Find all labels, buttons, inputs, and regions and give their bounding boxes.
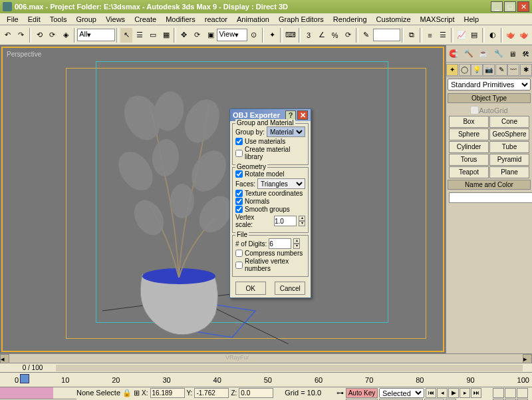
menu-tools[interactable]: Tools <box>46 15 71 24</box>
percent-snap-button[interactable]: % <box>329 28 341 43</box>
lights-tab[interactable]: 💡 <box>471 64 483 76</box>
reactor-icon[interactable]: 🧲 <box>449 49 458 58</box>
smooth-checkbox[interactable] <box>235 206 243 213</box>
box-button[interactable]: Box <box>449 116 489 128</box>
pyramid-button[interactable]: Pyramid <box>489 154 529 166</box>
util-icon[interactable]: 🛠 <box>522 50 529 58</box>
manipulate-button[interactable]: ✦ <box>266 28 278 43</box>
category-dropdown[interactable]: Standard Primitives <box>448 79 531 91</box>
layers-button[interactable]: ☰ <box>437 28 449 43</box>
cancel-button[interactable]: Cancel <box>275 282 305 295</box>
spinner-snap-button[interactable]: ⟳ <box>342 28 354 43</box>
viewport-area[interactable]: Perspective <box>0 45 446 353</box>
coord-sys-icon[interactable]: ⊞ <box>134 389 140 397</box>
teapot-icon[interactable]: ☕ <box>479 49 488 58</box>
window-crossing-button[interactable]: ▦ <box>160 28 172 43</box>
scale-button[interactable]: ▣ <box>205 28 217 43</box>
keymode-button[interactable]: ⌨ <box>285 28 297 43</box>
normals-checkbox[interactable] <box>235 198 243 205</box>
vscale-down[interactable]: ▾ <box>299 221 305 226</box>
vscale-up[interactable]: ▴ <box>299 216 305 221</box>
menu-group[interactable]: Group <box>72 15 100 24</box>
relative-checkbox[interactable] <box>235 262 243 269</box>
close-button[interactable]: ✕ <box>517 1 529 12</box>
prev-frame-button[interactable]: ◂ <box>437 388 448 398</box>
perspective-viewport[interactable]: Perspective <box>1 47 444 352</box>
align-button[interactable]: ≡ <box>424 28 436 43</box>
cone-button[interactable]: Cone <box>489 116 529 128</box>
digits-down[interactable]: ▾ <box>293 244 300 249</box>
timeline[interactable]: 0 10 20 30 40 50 60 70 80 90 100 <box>0 372 532 387</box>
time-slider[interactable] <box>56 365 523 371</box>
rotate-button[interactable]: ⟳ <box>192 28 203 43</box>
torus-button[interactable]: Torus <box>449 154 489 166</box>
menu-customize[interactable]: Customize <box>372 15 415 24</box>
ok-button[interactable]: OK <box>235 282 266 295</box>
key-icon[interactable]: ⊶ <box>336 389 344 397</box>
rotate-checkbox[interactable] <box>235 170 243 178</box>
minimize-button[interactable]: _ <box>491 1 503 12</box>
menu-edit[interactable]: Edit <box>24 15 45 24</box>
zoom-extents-button[interactable] <box>517 388 528 398</box>
plane-button[interactable]: Plane <box>489 166 529 178</box>
digits-up[interactable]: ▴ <box>293 238 300 244</box>
next-frame-button[interactable]: ▸ <box>460 388 470 398</box>
named-sel-button[interactable]: ✎ <box>360 28 372 43</box>
ref-coord-system[interactable]: View▾ <box>217 29 247 41</box>
menu-rendering[interactable]: Rendering <box>329 15 371 24</box>
select-name-button[interactable]: ☰ <box>134 28 146 43</box>
groupby-dropdown[interactable]: Material <box>267 126 305 137</box>
digits-input[interactable] <box>269 238 291 249</box>
viewport-hscrollbar[interactable]: ◂ ▸ <box>0 353 532 363</box>
texcoords-checkbox[interactable] <box>235 190 243 197</box>
object-type-header[interactable]: Object Type <box>448 93 531 103</box>
move-button[interactable]: ✥ <box>178 28 190 43</box>
render-scene-button[interactable]: 🫖 <box>505 28 517 43</box>
zoom-button[interactable] <box>493 388 504 398</box>
scroll-left-button[interactable]: ◂ <box>0 354 9 363</box>
menu-maxscript[interactable]: MAXScript <box>416 15 459 24</box>
vscale-input[interactable] <box>274 216 297 226</box>
keymode-dropdown[interactable]: Selected <box>379 388 424 398</box>
zoom-all-button[interactable] <box>505 388 516 398</box>
play-button[interactable]: ▶ <box>448 388 459 398</box>
menu-reactor[interactable]: reactor <box>201 15 231 24</box>
undo-button[interactable]: ↶ <box>2 28 14 43</box>
scroll-right-button[interactable]: ▸ <box>523 354 532 363</box>
create-library-checkbox[interactable] <box>235 150 243 157</box>
goto-start-button[interactable]: ⏮ <box>426 388 436 398</box>
link-button[interactable]: ⟲ <box>33 28 45 43</box>
menu-file[interactable]: File <box>3 15 23 24</box>
tube-button[interactable]: Tube <box>489 141 529 153</box>
geosphere-button[interactable]: GeoSphere <box>489 128 529 140</box>
display-icon[interactable]: 🖥 <box>509 50 516 58</box>
dialog-close-button[interactable]: ✕ <box>297 110 308 120</box>
z-coord-input[interactable] <box>239 388 273 398</box>
teapot-button[interactable]: Teapot <box>449 166 489 178</box>
frame-indicator[interactable]: 0 / 100 <box>9 364 56 371</box>
selection-filter[interactable]: All▾ <box>77 29 115 41</box>
x-coord-input[interactable] <box>150 388 185 398</box>
autokey-button[interactable]: Auto Key <box>346 388 378 398</box>
y-coord-input[interactable] <box>194 388 229 398</box>
unlink-button[interactable]: ⟳ <box>47 28 59 43</box>
hammer-icon[interactable]: 🔨 <box>464 49 473 58</box>
name-color-header[interactable]: Name and Color <box>448 180 531 190</box>
snap-button[interactable]: 3 <box>303 28 315 43</box>
material-editor-button[interactable]: ◐ <box>487 28 499 43</box>
curve-editor-button[interactable]: 📈 <box>456 28 467 43</box>
shapes-tab[interactable]: ◯ <box>459 64 471 76</box>
quick-render-button[interactable]: 🫖 <box>518 28 530 43</box>
menu-help[interactable]: Help <box>460 15 483 24</box>
create-tab[interactable]: ✦ <box>446 64 458 76</box>
cameras-tab[interactable]: 📷 <box>483 64 495 76</box>
sphere-button[interactable]: Sphere <box>449 128 489 140</box>
lock-icon[interactable]: 🔒 <box>122 389 132 397</box>
schematic-button[interactable]: ▤ <box>469 28 481 43</box>
compress-checkbox[interactable] <box>235 250 243 257</box>
maximize-button[interactable]: □ <box>504 1 516 12</box>
named-sel-set[interactable] <box>373 29 400 41</box>
redo-button[interactable]: ↷ <box>15 28 27 43</box>
angle-snap-button[interactable]: ∠ <box>316 28 328 43</box>
menu-animation[interactable]: Animation <box>233 15 273 24</box>
